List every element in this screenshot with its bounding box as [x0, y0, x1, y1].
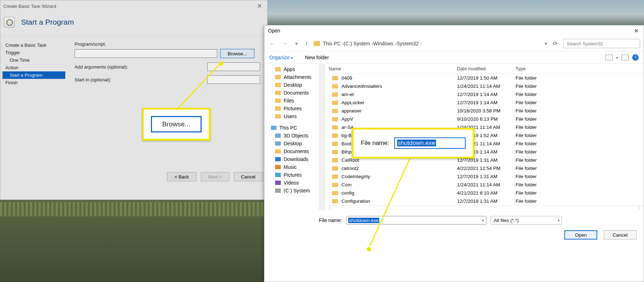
step-action[interactable]: Action	[2, 64, 65, 71]
step-startprogram[interactable]: Start a Program	[2, 71, 65, 79]
folder-icon	[332, 199, 338, 203]
nav-forward-icon[interactable]: →	[281, 40, 289, 47]
table-row[interactable]: config4/21/2021 8:10 AMFile folder	[325, 189, 644, 197]
chevron-down-icon[interactable]: ▾	[294, 40, 299, 47]
browse-button[interactable]: Browse...	[220, 49, 254, 58]
tree-downloads[interactable]: Downloads	[284, 156, 308, 162]
search-input[interactable]	[563, 39, 640, 48]
open-titlebar[interactable]: Open ✕	[264, 25, 644, 36]
chevron-down-icon[interactable]: ▾	[545, 41, 547, 46]
organize-menu[interactable]: Organize	[269, 55, 293, 60]
folder-icon	[332, 125, 338, 130]
col-type[interactable]: Type	[512, 64, 555, 74]
file-type: File folder	[516, 108, 558, 114]
step-onetime[interactable]: One Time	[2, 56, 65, 64]
file-type: File folder	[516, 133, 558, 138]
preview-pane-icon[interactable]	[622, 55, 629, 60]
highlight-dot	[219, 61, 223, 66]
file-date: 10/16/2020 3:58 PM	[457, 108, 516, 114]
browse-callout: Browse...	[142, 108, 211, 141]
tree-documents[interactable]: Documents	[284, 90, 309, 96]
tree-users[interactable]: Users	[284, 114, 297, 119]
file-name: config	[341, 190, 457, 196]
tree-cdrive[interactable]: (C:) System	[284, 188, 310, 193]
crumb-thispc[interactable]: This PC	[323, 41, 344, 46]
open-footer: File name: shutdown.exe All files (*.*) …	[264, 210, 644, 225]
file-date: 12/7/2019 1:31 AM	[457, 174, 516, 179]
filename-label: File name:	[271, 217, 342, 223]
close-icon[interactable]: ✕	[255, 2, 264, 10]
file-type: File folder	[516, 174, 558, 179]
tree-attachments[interactable]: Attachments	[284, 74, 311, 80]
open-dialog-title: Open	[268, 28, 280, 34]
open-button[interactable]: Open	[564, 230, 597, 240]
open-toolbar: Organize New folder ▾ ?	[264, 51, 644, 64]
chevron-down-icon[interactable]: ▾	[616, 56, 618, 60]
filetype-filter[interactable]: All files (*.*)	[491, 216, 562, 225]
next-button[interactable]: Next >	[201, 172, 229, 181]
file-name: 0409	[341, 75, 457, 81]
filename-input[interactable]: shutdown.exe	[346, 216, 486, 225]
browse-callout-label: Browse...	[151, 116, 201, 132]
tree-documents2[interactable]: Documents	[284, 148, 309, 154]
step-create[interactable]: Create a Basic Task	[2, 41, 65, 49]
file-type: File folder	[516, 75, 558, 81]
startin-label: Start in (optional):	[75, 77, 204, 82]
cancel-button[interactable]: Cancel	[234, 172, 263, 181]
tree-videos[interactable]: Videos	[284, 180, 299, 186]
wizard-header: Start a Program	[0, 12, 267, 36]
step-finish[interactable]: Finish	[2, 79, 65, 86]
tree-files[interactable]: Files	[284, 98, 294, 104]
startin-input[interactable]	[207, 75, 260, 84]
help-icon[interactable]: ?	[632, 54, 639, 61]
table-row[interactable]: am-et12/7/2019 1:14 AMFile folder	[325, 90, 644, 99]
folder-icon	[332, 134, 338, 138]
table-row[interactable]: CodeIntegrity12/7/2019 1:31 AMFile folde…	[325, 172, 644, 181]
nav-up-icon[interactable]: ↑	[304, 40, 309, 47]
table-row[interactable]: 040912/7/2019 1:50 AMFile folder	[325, 74, 644, 82]
table-row[interactable]: AdvancedInstallers1/24/2021 11:14 AMFile…	[325, 82, 644, 90]
tree-thispc[interactable]: This PC	[279, 125, 297, 131]
program-input[interactable]	[75, 49, 217, 58]
crumb-windows[interactable]: Windows	[373, 41, 396, 46]
wizard-titlebar[interactable]: Create Basic Task Wizard ✕	[0, 0, 267, 12]
tree-pictures[interactable]: Pictures	[284, 106, 302, 111]
table-row[interactable]: Configuration12/7/2019 1:31 AMFile folde…	[325, 197, 644, 205]
tree-music[interactable]: Music	[284, 164, 297, 170]
folder-icon	[332, 191, 338, 195]
table-row[interactable]: AppLocker12/7/2019 1:14 AMFile folder	[325, 99, 644, 107]
file-type: File folder	[516, 141, 558, 146]
tree-desktop2[interactable]: Desktop	[284, 141, 302, 146]
file-date: 4/22/2021 12:54 PM	[457, 166, 516, 171]
file-name: appraiser	[341, 108, 457, 114]
tree-desktop[interactable]: Desktop	[284, 82, 302, 88]
horizontal-scrollbar[interactable]: 〈〉	[325, 205, 644, 210]
close-icon[interactable]: ✕	[633, 27, 640, 34]
nav-back-icon[interactable]: ←	[268, 40, 277, 47]
table-row[interactable]: catroot24/22/2021 12:54 PMFile folder	[325, 164, 644, 172]
args-input[interactable]	[207, 62, 260, 71]
col-date[interactable]: Date modified	[453, 64, 512, 74]
table-row[interactable]: appraiser10/16/2020 3:58 PMFile folder	[325, 107, 644, 115]
table-row[interactable]: AppV9/10/2020 6:13 PMFile folder	[325, 115, 644, 123]
tree-apps[interactable]: Apps	[284, 66, 295, 72]
back-button[interactable]: < Back	[167, 172, 196, 181]
folder-tree[interactable]: Apps Attachments Desktop Documents Files…	[264, 64, 325, 210]
file-name: Configuration	[341, 198, 457, 204]
tree-pictures2[interactable]: Pictures	[284, 172, 302, 178]
step-trigger[interactable]: Trigger	[2, 49, 65, 56]
col-name[interactable]: Name	[325, 64, 453, 74]
crumb-system32[interactable]: System32	[396, 41, 422, 46]
file-name: AppLocker	[341, 100, 457, 105]
cancel-button[interactable]: Cancel	[604, 230, 637, 240]
view-icon[interactable]	[605, 55, 613, 60]
new-folder-button[interactable]: New folder	[305, 55, 329, 60]
file-date: 12/7/2019 1:50 AM	[457, 75, 516, 81]
tree-3dobjects[interactable]: 3D Objects	[284, 133, 308, 139]
file-date: 4/21/2021 8:10 AM	[457, 190, 516, 196]
refresh-icon[interactable]: ⟳	[551, 40, 559, 47]
file-list-header[interactable]: Name Date modified Type	[325, 64, 644, 74]
crumb-cdrive[interactable]: (C:) System	[344, 41, 373, 46]
breadcrumb[interactable]: This PC (C:) System Windows System32 ▾	[314, 41, 547, 46]
table-row[interactable]: Com1/24/2021 11:14 AMFile folder	[325, 181, 644, 189]
